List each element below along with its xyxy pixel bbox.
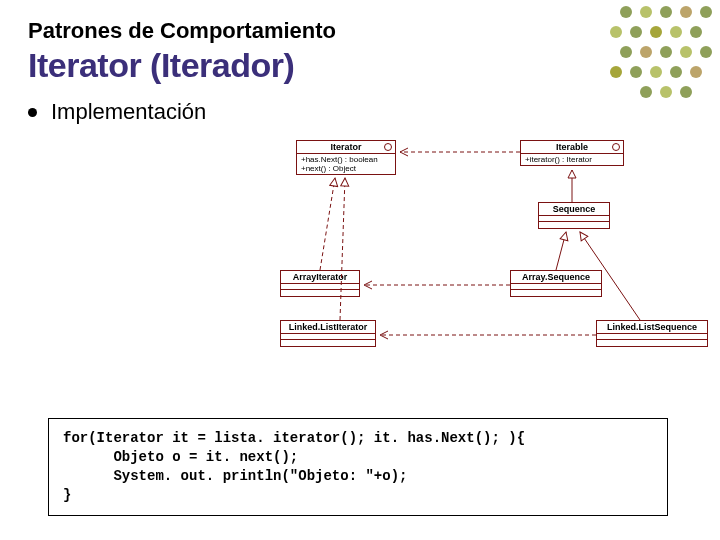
code-snippet: for(Iterator it = lista. iterator(); it.… (48, 418, 668, 516)
uml-diagram: Iterator +has.Next() : boolean +next() :… (280, 140, 710, 360)
slide: Patrones de Comportamiento Iterator (Ite… (0, 0, 720, 540)
bullet-text: Implementación (51, 99, 206, 125)
svg-line-2 (320, 178, 335, 270)
class-operations: +has.Next() : boolean +next() : Object (297, 154, 395, 174)
class-name: Linked.ListIterator (281, 321, 375, 334)
class-iterable: Iterable +iterator() : Iterator (520, 140, 624, 166)
class-name: Sequence (539, 203, 609, 216)
class-sequence: Sequence (538, 202, 610, 229)
class-linkedlist-iterator: Linked.ListIterator (280, 320, 376, 347)
class-name: Iterable (556, 142, 588, 152)
class-name: ArrayIterator (281, 271, 359, 284)
class-name: Iterator (330, 142, 361, 152)
interface-icon (384, 143, 392, 151)
class-operations: +iterator() : Iterator (521, 154, 623, 165)
class-name: Array.Sequence (511, 271, 601, 284)
class-iterator: Iterator +has.Next() : boolean +next() :… (296, 140, 396, 175)
decorative-dot-grid (600, 0, 720, 110)
svg-line-4 (556, 232, 566, 270)
class-array-iterator: ArrayIterator (280, 270, 360, 297)
class-array-sequence: Array.Sequence (510, 270, 602, 297)
bullet-dot-icon (28, 108, 37, 117)
supertitle: Patrones de Comportamiento (28, 18, 692, 44)
bullet-item: Implementación (28, 99, 692, 125)
svg-line-3 (340, 178, 345, 320)
page-title: Iterator (Iterador) (28, 46, 692, 85)
interface-icon (612, 143, 620, 151)
class-linkedlist-sequence: Linked.ListSequence (596, 320, 708, 347)
class-name: Linked.ListSequence (597, 321, 707, 334)
